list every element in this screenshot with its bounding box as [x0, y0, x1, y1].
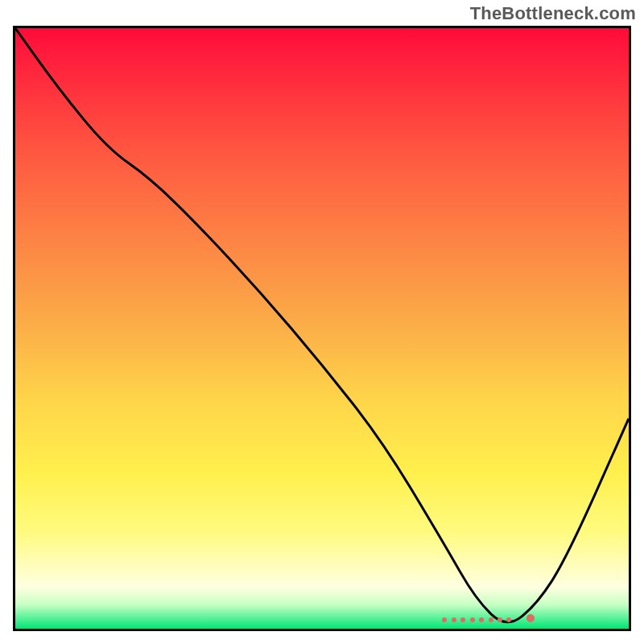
valley-marker — [470, 617, 475, 622]
attribution-label: TheBottleneck.com — [470, 3, 636, 24]
valley-marker — [442, 617, 447, 622]
valley-marker — [506, 617, 511, 622]
valley-marker — [489, 617, 493, 622]
valley-marker — [497, 617, 502, 622]
valley-marker — [479, 617, 484, 622]
bottleneck-curve — [15, 28, 629, 629]
valley-marker — [452, 617, 456, 622]
chart-container: TheBottleneck.com — [0, 0, 644, 644]
valley-markers — [15, 614, 629, 622]
plot-area — [13, 26, 631, 631]
valley-marker — [526, 614, 535, 622]
valley-marker — [460, 617, 465, 622]
